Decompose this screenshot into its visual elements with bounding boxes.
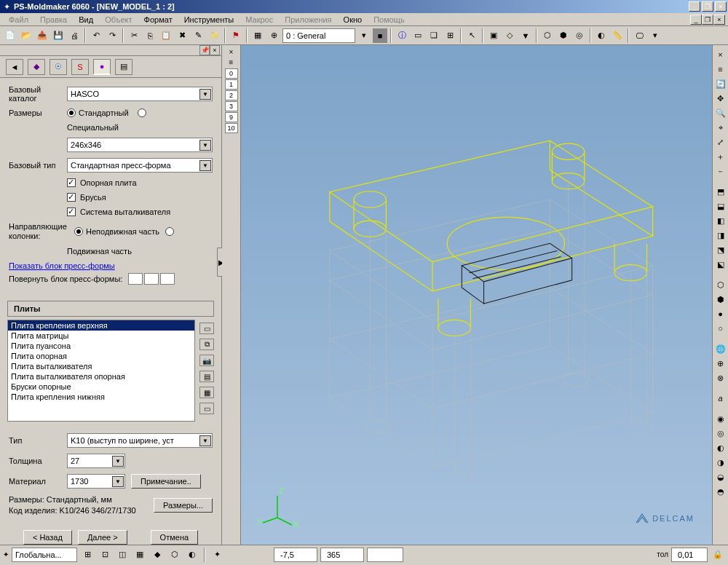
status-icon-1[interactable]: ⊞ <box>80 548 95 562</box>
list-item[interactable]: Плита крепления нижняя <box>8 392 194 402</box>
size-select[interactable]: 246x346 <box>67 138 213 152</box>
rotate-btn-2[interactable] <box>144 273 159 285</box>
delete-icon[interactable]: ✖ <box>175 28 189 43</box>
window-icon[interactable]: ▭ <box>411 28 425 43</box>
pan-icon[interactable]: ✥ <box>714 92 727 105</box>
type-select[interactable]: K10 (выступ по ширине, уст <box>67 433 213 448</box>
box-select-icon[interactable]: ▣ <box>486 28 501 43</box>
list-item[interactable]: Плита матрицы <box>8 331 194 341</box>
level-0[interactable]: 0 <box>225 68 238 79</box>
list-item[interactable]: Плита опорная <box>8 351 194 361</box>
level-3[interactable]: 3 <box>225 101 238 111</box>
ruler-handle-icon[interactable]: ≡ <box>226 58 237 67</box>
shaded-icon[interactable]: ⬢ <box>556 28 571 43</box>
fit-icon[interactable]: ⤢ <box>714 135 727 149</box>
level-10[interactable]: 10 <box>225 123 238 133</box>
wireframe-icon[interactable]: ⬡ <box>540 28 555 43</box>
cut-icon[interactable]: ✂ <box>127 28 141 43</box>
thickness-select[interactable]: 27 <box>67 454 125 468</box>
menu-macro[interactable]: Макрос <box>240 14 279 25</box>
ruler-close-icon[interactable]: × <box>226 48 237 57</box>
wiz-tab-2[interactable]: ◆ <box>28 59 45 75</box>
view-save-icon[interactable]: ⬕ <box>714 258 727 271</box>
circle4-icon[interactable]: ◑ <box>714 456 727 469</box>
list-item[interactable]: Плита выталкивателя опорная <box>8 371 194 382</box>
doc-minimize-button[interactable]: _ <box>690 15 702 25</box>
radio-special[interactable] <box>138 108 146 117</box>
copy-icon[interactable]: ⎘ <box>143 28 157 43</box>
alpha-icon[interactable]: a <box>714 392 727 405</box>
zoom-window-icon[interactable]: ⌖ <box>714 121 727 134</box>
import-icon[interactable]: 📥 <box>35 28 50 43</box>
render-icon[interactable]: ◎ <box>572 28 587 43</box>
cancel-button[interactable]: Отмена <box>151 530 198 545</box>
view-side-icon[interactable]: ◧ <box>714 214 727 227</box>
new-icon[interactable]: 📄 <box>3 28 17 43</box>
circle3-icon[interactable]: ◐ <box>714 441 727 454</box>
status-icon-8[interactable]: ✦ <box>210 548 224 562</box>
cb-bars[interactable] <box>67 193 76 202</box>
menu-object[interactable]: Объект <box>99 14 138 25</box>
next-button[interactable]: Далее > <box>78 530 127 545</box>
filter-icon[interactable]: ▼ <box>518 28 533 43</box>
chevron-down-icon[interactable]: ▾ <box>648 28 662 43</box>
wand-icon[interactable]: ✨ <box>207 28 221 43</box>
note-button[interactable]: Примечание.. <box>131 474 201 489</box>
menu-apps[interactable]: Приложения <box>279 14 337 25</box>
circle2-icon[interactable]: ◎ <box>714 427 727 440</box>
select-icon[interactable]: ↖ <box>464 28 479 43</box>
wiz-tab-5[interactable]: ● <box>93 59 111 75</box>
wiz-tab-1[interactable]: ◄ <box>6 59 23 75</box>
level-2[interactable]: 2 <box>225 90 238 100</box>
flag-icon[interactable]: ⚑ <box>229 28 243 43</box>
maximize-button[interactable]: ❐ <box>702 1 713 12</box>
rt-close-icon[interactable]: × <box>714 48 727 61</box>
rotate-icon[interactable]: 🔄 <box>714 77 727 90</box>
doc-close-button[interactable]: × <box>713 15 725 25</box>
3d-viewport[interactable]: X Y Z DELCAM <box>241 45 712 545</box>
menu-edit[interactable]: Правка <box>34 14 73 25</box>
zoom-icon[interactable]: 🔍 <box>714 106 727 119</box>
view-top-icon[interactable]: ⬒ <box>714 185 727 198</box>
list-item[interactable]: Плита пуансона <box>8 341 194 351</box>
save-icon[interactable]: 💾 <box>51 28 66 43</box>
circle1-icon[interactable]: ◉ <box>714 412 727 425</box>
zoom-in-icon[interactable]: ＋ <box>714 150 727 163</box>
redo-icon[interactable]: ↷ <box>105 28 119 43</box>
cb-ejector[interactable] <box>67 208 76 216</box>
list-item[interactable]: Бруски опорные <box>8 382 194 392</box>
status-icon-6[interactable]: ⬡ <box>167 548 182 562</box>
poly-select-icon[interactable]: ◇ <box>502 28 517 43</box>
material-select[interactable]: 1730 <box>67 474 125 489</box>
globe-icon[interactable]: 🌐 <box>714 342 727 355</box>
status-icon-4[interactable]: ▦ <box>132 548 147 562</box>
plate-icon-2[interactable]: ⧉ <box>199 339 214 350</box>
dims-button[interactable]: Размеры... <box>154 498 213 513</box>
menu-file[interactable]: Файл <box>3 14 34 25</box>
rotate-btn-3[interactable] <box>160 273 175 285</box>
paste-icon[interactable]: 📋 <box>159 28 173 43</box>
menu-help[interactable]: Помощь <box>368 14 411 25</box>
radio-standard[interactable] <box>67 108 76 117</box>
menu-window[interactable]: Окно <box>338 14 368 25</box>
view-mode-icon[interactable]: ◐ <box>594 28 609 43</box>
globe3-icon[interactable]: ⊗ <box>714 371 727 384</box>
doc-restore-button[interactable]: ❐ <box>702 15 713 25</box>
zoom-out-icon[interactable]: － <box>714 165 727 178</box>
status-icon-2[interactable]: ⊡ <box>98 548 112 562</box>
undo-icon[interactable]: ↶ <box>89 28 103 43</box>
wiz-tab-3[interactable]: ☉ <box>50 59 67 75</box>
menu-format[interactable]: Формат <box>138 14 178 25</box>
tile-icon[interactable]: ⊞ <box>443 28 457 43</box>
view-iso2-icon[interactable]: ⬔ <box>714 243 727 256</box>
measure-icon[interactable]: 📏 <box>610 28 625 43</box>
plates-listbox[interactable]: Плита крепления верхняя Плита матрицы Пл… <box>7 320 195 422</box>
wiz-tab-6[interactable]: ▤ <box>115 59 132 75</box>
catalog-select[interactable]: HASCO <box>67 87 213 101</box>
display-icon[interactable]: 🖵 <box>632 28 646 43</box>
status-icon-3[interactable]: ◫ <box>115 548 130 562</box>
plate-icon-3[interactable]: 📷 <box>199 355 214 366</box>
minimize-button[interactable]: _ <box>689 1 700 12</box>
plate-icon-5[interactable]: ▦ <box>199 387 214 398</box>
rotate-btn-1[interactable] <box>128 273 143 285</box>
